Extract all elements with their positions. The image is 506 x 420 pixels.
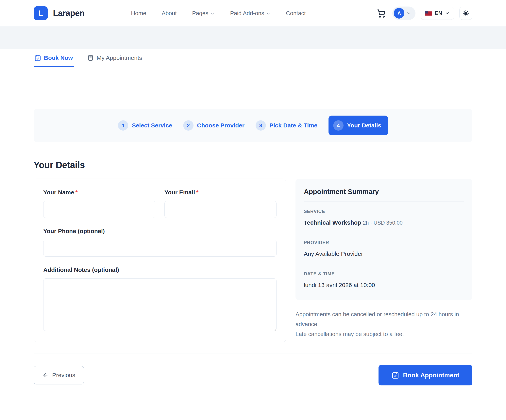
booking-tabbar: Book Now My Appointments bbox=[0, 49, 506, 67]
summary-column: Appointment Summary SERVICE Technical Wo… bbox=[295, 179, 473, 339]
step-label: Your Details bbox=[347, 122, 381, 129]
page-title: Your Details bbox=[33, 160, 473, 170]
chevron-down-icon bbox=[210, 12, 215, 16]
tab-book-now[interactable]: Book Now bbox=[33, 49, 74, 67]
service-meta: 2h · USD 350.00 bbox=[363, 220, 403, 226]
us-flag-icon bbox=[425, 11, 432, 16]
step-label: Select Service bbox=[132, 122, 172, 129]
summary-service-section: SERVICE Technical Workshop2h · USD 350.0… bbox=[304, 202, 464, 233]
phone-label: Your Phone (optional) bbox=[43, 228, 277, 235]
journal-icon bbox=[87, 54, 94, 61]
chevron-down-icon bbox=[406, 11, 411, 16]
name-label: Your Name* bbox=[43, 189, 155, 196]
service-value: Technical Workshop2h · USD 350.00 bbox=[304, 219, 464, 226]
required-marker: * bbox=[196, 189, 199, 196]
summary-provider-section: PROVIDER Any Available Provider bbox=[304, 233, 464, 264]
datetime-value: lundi 13 avril 2026 at 10:00 bbox=[304, 282, 464, 289]
step-label: Choose Provider bbox=[197, 122, 245, 129]
footer-divider bbox=[33, 353, 473, 354]
main-nav: Home About Pages Paid Add-ons Contact bbox=[131, 10, 329, 17]
brand[interactable]: L Larapen bbox=[33, 6, 85, 20]
cart-button[interactable] bbox=[376, 7, 387, 19]
nav-home[interactable]: Home bbox=[131, 10, 146, 17]
nav-paid-addons[interactable]: Paid Add-ons bbox=[230, 10, 271, 17]
chevron-down-icon bbox=[445, 11, 450, 16]
step-number: 3 bbox=[256, 120, 266, 131]
notes-field-group: Additional Notes (optional) bbox=[43, 267, 277, 332]
stepper: 1 Select Service 2 Choose Provider 3 Pic… bbox=[33, 109, 473, 142]
email-input[interactable] bbox=[164, 201, 277, 218]
phone-field-group: Your Phone (optional) bbox=[43, 228, 277, 257]
service-label: SERVICE bbox=[304, 209, 464, 214]
summary-title: Appointment Summary bbox=[304, 188, 464, 196]
brand-name: Larapen bbox=[53, 8, 85, 18]
sun-icon bbox=[462, 10, 469, 17]
phone-input[interactable] bbox=[43, 240, 277, 257]
step-select-service[interactable]: 1 Select Service bbox=[118, 120, 172, 131]
step-number: 4 bbox=[333, 120, 344, 131]
step-pick-date-time[interactable]: 3 Pick Date & Time bbox=[256, 120, 317, 131]
notes-textarea[interactable] bbox=[43, 278, 277, 331]
nav-about[interactable]: About bbox=[162, 10, 177, 17]
bottom-spacer bbox=[33, 385, 473, 420]
email-field-group: Your Email* bbox=[164, 189, 277, 218]
notes-label: Additional Notes (optional) bbox=[43, 267, 277, 273]
footer-actions: Previous Book Appointment bbox=[33, 365, 473, 385]
required-marker: * bbox=[75, 189, 78, 196]
appointment-summary-card: Appointment Summary SERVICE Technical Wo… bbox=[295, 179, 473, 300]
nav-pages[interactable]: Pages bbox=[192, 10, 215, 17]
user-menu-button[interactable]: A bbox=[392, 7, 415, 20]
datetime-label: DATE & TIME bbox=[304, 271, 464, 276]
avatar: A bbox=[394, 8, 404, 19]
provider-value: Any Available Provider bbox=[304, 250, 464, 257]
nav-contact[interactable]: Contact bbox=[286, 10, 306, 17]
cart-icon bbox=[377, 9, 386, 18]
theme-toggle-button[interactable] bbox=[459, 7, 473, 20]
language-selector[interactable]: EN bbox=[421, 7, 454, 20]
name-input[interactable] bbox=[43, 201, 155, 218]
chevron-down-icon bbox=[266, 12, 271, 16]
previous-button[interactable]: Previous bbox=[33, 366, 84, 384]
page-header-band bbox=[0, 27, 506, 49]
name-field-group: Your Name* bbox=[43, 189, 155, 218]
arrow-left-icon bbox=[42, 372, 49, 378]
email-label: Your Email* bbox=[164, 189, 277, 196]
step-label: Pick Date & Time bbox=[269, 122, 317, 129]
step-number: 1 bbox=[118, 120, 128, 131]
summary-datetime-section: DATE & TIME lundi 13 avril 2026 at 10:00 bbox=[304, 264, 464, 290]
calendar-check-icon bbox=[392, 371, 399, 379]
step-your-details[interactable]: 4 Your Details bbox=[328, 116, 388, 135]
calendar-check-icon bbox=[34, 54, 41, 61]
step-choose-provider[interactable]: 2 Choose Provider bbox=[183, 120, 245, 131]
tab-my-appointments[interactable]: My Appointments bbox=[86, 49, 143, 67]
booking-main: 1 Select Service 2 Choose Provider 3 Pic… bbox=[33, 109, 473, 420]
nav-actions: A EN bbox=[376, 7, 473, 20]
book-appointment-button[interactable]: Book Appointment bbox=[379, 365, 473, 385]
brand-logo: L bbox=[33, 6, 48, 20]
top-navbar: L Larapen Home About Pages Paid Add-ons … bbox=[0, 0, 506, 27]
details-form-card: Your Name* Your Email* Your Phone (optio… bbox=[33, 179, 286, 342]
provider-label: PROVIDER bbox=[304, 240, 464, 245]
language-code: EN bbox=[435, 10, 442, 16]
cancellation-note: Appointments can be cancelled or resched… bbox=[295, 309, 473, 339]
step-number: 2 bbox=[183, 120, 193, 131]
